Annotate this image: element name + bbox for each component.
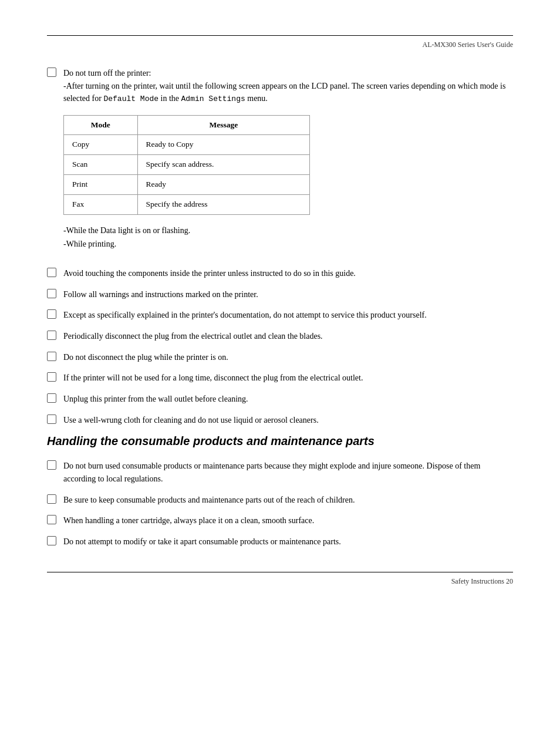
bullet-item-5: Periodically disconnect the plug from th… xyxy=(47,330,513,343)
section-bullets-container: Do not burn used consumable products or … xyxy=(47,460,513,548)
page: AL-MX300 Series User's Guide Do not turn… xyxy=(0,0,560,621)
bullet-item-6: Do not disconnect the plug while the pri… xyxy=(47,351,513,364)
note-lines: -While the Data light is on or flashing.… xyxy=(63,224,513,251)
code-default-mode: Default Mode xyxy=(103,95,158,103)
bullet-item-4: Except as specifically explained in the … xyxy=(47,309,513,322)
bullet-text-4: Except as specifically explained in the … xyxy=(63,309,513,322)
checkbox-icon xyxy=(47,372,56,382)
header-rule xyxy=(47,35,513,36)
checkbox-icon xyxy=(47,352,56,361)
bullet-item-8: Unplug this printer from the wall outlet… xyxy=(47,393,513,406)
table-cell-mode-0: Copy xyxy=(64,135,138,155)
bullet-item-1: Do not turn off the printer: -After turn… xyxy=(47,67,513,259)
note-line-1: -While the Data light is on or flashing. xyxy=(63,224,513,237)
checkbox-icon xyxy=(47,393,56,403)
bullet-text-3: Follow all warnings and instructions mar… xyxy=(63,288,513,301)
header-text: AL-MX300 Series User's Guide xyxy=(423,41,513,49)
section-bullet-item-1: Be sure to keep consumable products and … xyxy=(47,494,513,507)
footer-rule xyxy=(47,572,513,572)
section-bullet-item-2: When handling a toner cartridge, always … xyxy=(47,514,513,527)
checkbox-icon xyxy=(47,536,56,545)
mode-table: Mode Message CopyReady to CopyScanSpecif… xyxy=(63,115,310,215)
bullet-1-end: menu. xyxy=(245,94,268,103)
note-line-2: -While printing. xyxy=(63,238,513,251)
bullet-1-mid: in the xyxy=(158,94,179,103)
footer-text: Safety Instructions 20 xyxy=(451,577,513,586)
bullet-item-7: If the printer will not be used for a lo… xyxy=(47,372,513,385)
section-bullet-text-1: Be sure to keep consumable products and … xyxy=(63,494,513,507)
col-message-header: Message xyxy=(137,115,309,135)
section-bullet-item-3: Do not attempt to modify or take it apar… xyxy=(47,535,513,548)
checkbox-icon xyxy=(47,460,56,470)
checkbox-icon xyxy=(47,68,56,77)
checkbox-icon xyxy=(47,415,56,424)
bullet-text-9: Use a well-wrung cloth for cleaning and … xyxy=(63,414,513,427)
table-row: ScanSpecify scan address. xyxy=(64,155,310,175)
table-cell-message-2: Ready xyxy=(137,175,309,195)
section-heading: Handling the consumable products and mai… xyxy=(47,434,513,448)
table-cell-message-1: Specify scan address. xyxy=(137,155,309,175)
table-cell-mode-1: Scan xyxy=(64,155,138,175)
table-row: FaxSpecify the address xyxy=(64,195,310,215)
table-cell-message-0: Ready to Copy xyxy=(137,135,309,155)
header: AL-MX300 Series User's Guide xyxy=(47,41,513,49)
section-bullet-text-3: Do not attempt to modify or take it apar… xyxy=(63,535,513,548)
checkbox-icon xyxy=(47,309,56,319)
table-cell-message-3: Specify the address xyxy=(137,195,309,215)
footer: Safety Instructions 20 xyxy=(47,577,513,586)
col-mode-header: Mode xyxy=(64,115,138,135)
table-row: PrintReady xyxy=(64,175,310,195)
bullet-text-7: If the printer will not be used for a lo… xyxy=(63,372,513,385)
bullet-text-5: Periodically disconnect the plug from th… xyxy=(63,330,513,343)
section-bullet-item-0: Do not burn used consumable products or … xyxy=(47,460,513,485)
table-header-row: Mode Message xyxy=(64,115,310,135)
bullet-item-2: Avoid touching the components inside the… xyxy=(47,267,513,280)
table-cell-mode-3: Fax xyxy=(64,195,138,215)
checkbox-icon xyxy=(47,331,56,340)
bullet-1-text: Do not turn off the printer: -After turn… xyxy=(63,67,513,259)
checkbox-icon xyxy=(47,289,56,298)
checkbox-icon xyxy=(47,268,56,277)
bullet-text-8: Unplug this printer from the wall outlet… xyxy=(63,393,513,406)
checkbox-icon xyxy=(47,494,56,504)
table-row: CopyReady to Copy xyxy=(64,135,310,155)
table-cell-mode-2: Print xyxy=(64,175,138,195)
checkbox-icon xyxy=(47,515,56,524)
mode-table-wrapper: Mode Message CopyReady to CopyScanSpecif… xyxy=(63,115,513,215)
bullet-text-2: Avoid touching the components inside the… xyxy=(63,267,513,280)
bullet-1-main: Do not turn off the printer: xyxy=(63,69,151,78)
bullets-container: Avoid touching the components inside the… xyxy=(47,267,513,427)
bullet-text-6: Do not disconnect the plug while the pri… xyxy=(63,351,513,364)
bullet-item-3: Follow all warnings and instructions mar… xyxy=(47,288,513,301)
bullet-item-9: Use a well-wrung cloth for cleaning and … xyxy=(47,414,513,427)
code-admin-settings: Admin Settings xyxy=(181,95,245,103)
section-bullet-text-2: When handling a toner cartridge, always … xyxy=(63,514,513,527)
section-bullet-text-0: Do not burn used consumable products or … xyxy=(63,460,513,485)
